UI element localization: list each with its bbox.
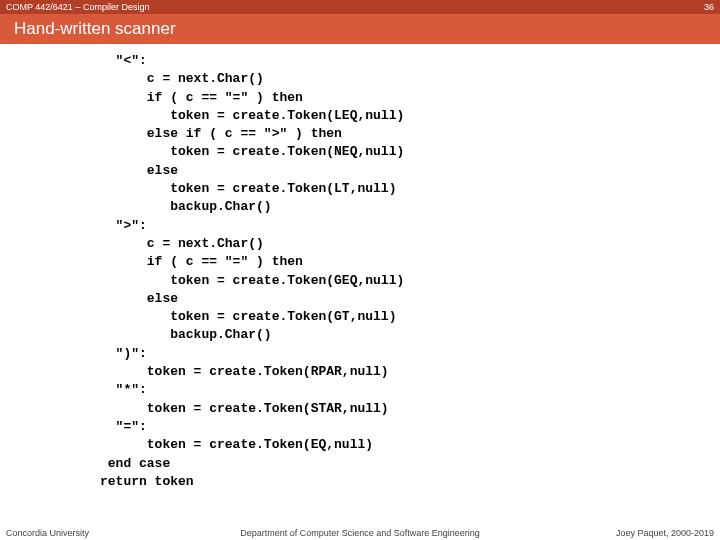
course-code: COMP 442/6421 – Compiler Design (6, 0, 149, 14)
slide-title: Hand-written scanner (0, 14, 720, 44)
topbar: COMP 442/6421 – Compiler Design 36 (0, 0, 720, 14)
footer: Concordia University Department of Compu… (0, 524, 720, 540)
page-number: 36 (704, 0, 714, 14)
code-block: "<": c = next.Char() if ( c == "=" ) the… (0, 44, 720, 491)
footer-center: Department of Computer Science and Softw… (0, 528, 720, 538)
